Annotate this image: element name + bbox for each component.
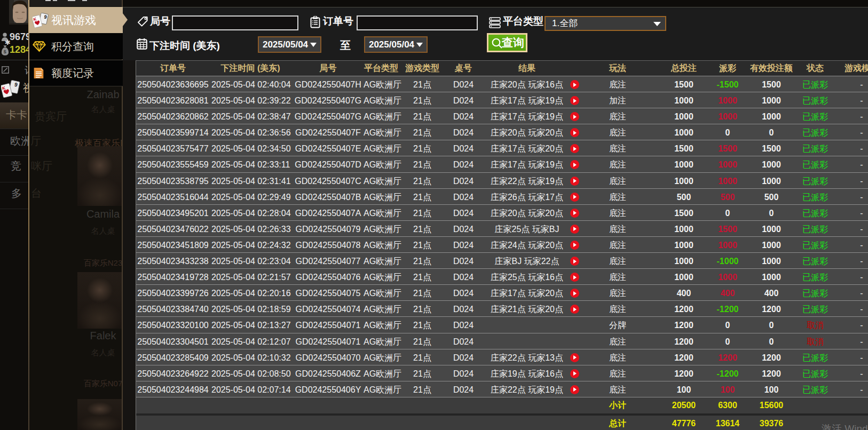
svg-text:$: $ [4, 49, 6, 54]
